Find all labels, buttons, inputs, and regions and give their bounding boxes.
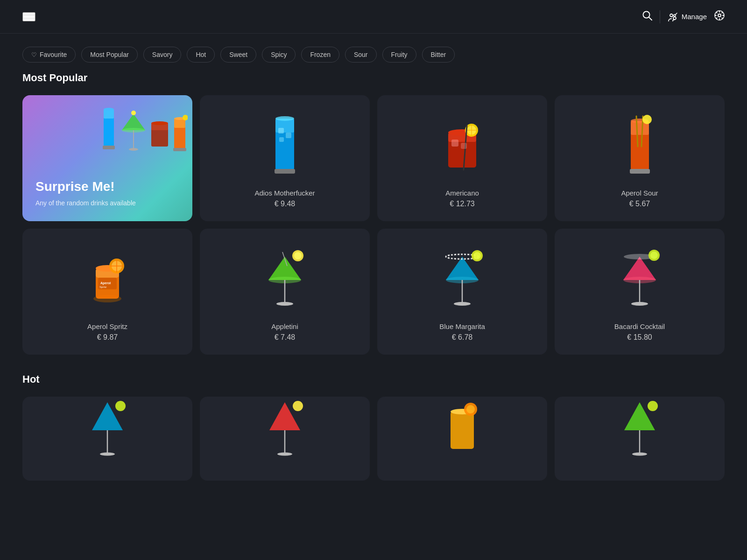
heart-icon: ♡ — [31, 51, 37, 58]
drink-price-aperol-spritz: € 9.87 — [97, 333, 118, 342]
drink-price-aperol-sour: € 5.67 — [629, 200, 650, 208]
drink-image-aperol-sour — [622, 107, 657, 182]
svg-point-69 — [454, 302, 471, 306]
svg-rect-9 — [103, 146, 115, 149]
svg-point-94 — [632, 453, 647, 456]
drink-card-hot-2[interactable] — [200, 397, 370, 481]
svg-point-86 — [277, 453, 292, 456]
svg-point-3 — [673, 17, 676, 20]
drink-name-americano: Americano — [445, 189, 479, 197]
drink-card-blue-margarita[interactable]: Blue Margarita € 6.78 — [377, 229, 547, 355]
svg-point-4 — [674, 14, 676, 16]
header-right: Manage — [642, 10, 725, 23]
filter-chip-frozen[interactable]: Frozen — [301, 47, 339, 63]
svg-rect-43 — [630, 169, 650, 174]
svg-point-95 — [648, 401, 658, 411]
header-left — [22, 12, 35, 21]
filter-chip-savory[interactable]: Savory — [143, 47, 182, 63]
svg-point-2 — [670, 14, 673, 17]
drink-card-hot-3[interactable] — [377, 397, 547, 481]
svg-point-14 — [129, 148, 138, 151]
svg-rect-40 — [461, 143, 467, 149]
drink-card-aperol-spritz[interactable]: Aperol Spritz Aperol Spritz € 9.87 — [22, 229, 192, 355]
manage-button[interactable]: Manage — [668, 12, 707, 22]
drink-name-aperol-spritz: Aperol Spritz — [87, 322, 127, 330]
search-button[interactable] — [642, 10, 652, 23]
filter-chip-favourite[interactable]: ♡ Favourite — [22, 47, 76, 63]
drink-card-aperol-sour[interactable]: Aperol Sour € 5.67 — [555, 95, 725, 221]
svg-point-64 — [294, 252, 302, 259]
drink-name-aperol-sour: Aperol Sour — [621, 189, 658, 197]
svg-point-27 — [275, 116, 294, 121]
filter-label: Favourite — [40, 51, 67, 58]
section-title-hot: Hot — [22, 373, 725, 385]
drink-image-aperol-spritz: Aperol Spritz — [84, 240, 131, 315]
drink-price-blue-margarita: € 6.78 — [452, 333, 472, 342]
svg-point-76 — [631, 302, 648, 306]
filter-label: Frozen — [310, 51, 331, 58]
menu-button[interactable] — [22, 12, 35, 21]
hot-grid — [22, 397, 725, 481]
drink-card-adios-motherfucker[interactable]: Adios Motherfucker € 9.48 — [200, 95, 370, 221]
svg-rect-21 — [173, 148, 186, 151]
filter-label: Fruity — [391, 51, 408, 58]
drink-image-americano — [441, 107, 483, 182]
filter-label: Most Popular — [90, 51, 128, 58]
svg-point-6 — [718, 14, 721, 17]
drink-name-adios: Adios Motherfucker — [254, 189, 315, 197]
manage-label: Manage — [682, 13, 707, 21]
filter-chip-bitter[interactable]: Bitter — [422, 47, 455, 63]
filter-bar: ♡ Favourite Most Popular Savory Hot Swee… — [0, 34, 747, 72]
drink-price-adios: € 9.48 — [275, 200, 295, 208]
drink-name-blue-margarita: Blue Margarita — [439, 322, 485, 330]
header: Manage — [0, 0, 747, 34]
surprise-title: Surprise Me! — [35, 179, 179, 195]
header-divider — [660, 10, 660, 23]
drink-name-bacardi-cocktail: Bacardi Cocktail — [614, 322, 665, 330]
drink-image-blue-margarita — [439, 240, 486, 315]
svg-text:Aperol: Aperol — [100, 281, 111, 285]
svg-point-18 — [151, 121, 168, 125]
svg-rect-88 — [451, 412, 474, 449]
settings-button[interactable] — [714, 10, 725, 23]
filter-label: Savory — [152, 51, 173, 58]
filter-label: Hot — [196, 51, 206, 58]
filter-chip-fruity[interactable]: Fruity — [382, 47, 416, 63]
svg-point-10 — [104, 108, 114, 111]
svg-rect-29 — [286, 133, 291, 138]
drink-image-bacardi-cocktail — [616, 240, 663, 315]
svg-point-82 — [100, 453, 115, 456]
filter-chip-sweet[interactable]: Sweet — [220, 47, 256, 63]
svg-rect-30 — [279, 137, 284, 142]
svg-marker-73 — [623, 257, 656, 280]
surprise-text: Surprise Me! Any of the random drinks av… — [35, 179, 179, 208]
filter-chip-spicy[interactable]: Spicy — [262, 47, 296, 63]
most-popular-grid: Surprise Me! Any of the random drinks av… — [22, 95, 725, 355]
surprise-me-card[interactable]: Surprise Me! Any of the random drinks av… — [22, 95, 192, 221]
filter-chip-sour[interactable]: Sour — [345, 47, 377, 63]
drink-image-adios — [266, 107, 303, 182]
svg-point-62 — [276, 302, 293, 306]
svg-point-91 — [466, 405, 475, 413]
svg-point-83 — [115, 401, 126, 411]
drink-card-americano[interactable]: Americano € 12.73 — [377, 95, 547, 221]
drink-card-appletini[interactable]: Appletini € 7.48 — [200, 229, 370, 355]
drink-card-bacardi-cocktail[interactable]: Bacardi Cocktail € 15.80 — [555, 229, 725, 355]
surprise-subtitle: Any of the random drinks available — [35, 199, 179, 208]
filter-chip-hot[interactable]: Hot — [187, 47, 215, 63]
drink-card-hot-1[interactable] — [22, 397, 192, 481]
drink-name-appletini: Appletini — [271, 322, 298, 330]
drink-price-appletini: € 7.48 — [275, 333, 295, 342]
section-title-most-popular: Most Popular — [22, 72, 725, 84]
svg-rect-28 — [278, 128, 284, 133]
filter-label: Bitter — [431, 51, 446, 58]
filter-chip-most-popular[interactable]: Most Popular — [81, 47, 137, 63]
svg-point-15 — [131, 111, 136, 115]
surprise-images — [100, 105, 188, 156]
drink-price-bacardi-cocktail: € 15.80 — [627, 333, 652, 342]
filter-label: Spicy — [271, 51, 287, 58]
most-popular-section: Most Popular — [0, 72, 747, 373]
drink-card-hot-4[interactable] — [555, 397, 725, 481]
filter-label: Sour — [354, 51, 368, 58]
svg-line-5 — [676, 13, 677, 14]
